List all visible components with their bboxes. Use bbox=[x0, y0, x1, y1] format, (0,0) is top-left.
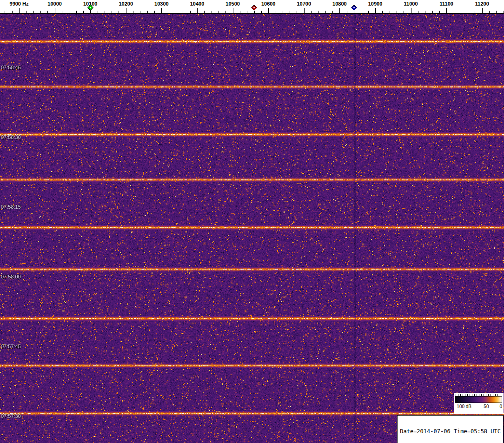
colorbar-label-mid: -50 bbox=[482, 404, 489, 409]
colorbar-gradient bbox=[455, 396, 502, 403]
waterfall-canvas[interactable] bbox=[0, 14, 504, 443]
red-marker-icon bbox=[251, 5, 257, 11]
minor-tick bbox=[382, 11, 383, 13]
minor-tick bbox=[26, 11, 27, 13]
minor-tick bbox=[496, 11, 497, 13]
minor-tick bbox=[261, 11, 262, 13]
info-box: Date=2014-07-06 Time=05:58 UTC Freq=143 … bbox=[397, 415, 504, 443]
spectrogram-app: 9900 Hz100001010010200103001040010500106… bbox=[0, 0, 504, 443]
freq-label: 10600 bbox=[261, 1, 276, 7]
minor-tick bbox=[154, 11, 155, 13]
minor-tick bbox=[47, 11, 48, 13]
freq-label: 11100 bbox=[440, 1, 453, 7]
colorbar-label-max: 0 bbox=[499, 404, 502, 409]
waterfall-display[interactable]: -100 dB -50 0 Date=2014-07-06 Time=05:58… bbox=[0, 14, 504, 443]
minor-tick bbox=[105, 11, 105, 13]
minor-tick bbox=[468, 11, 468, 13]
time-label: 07:58:00 bbox=[1, 274, 21, 279]
major-tick bbox=[197, 8, 198, 13]
major-tick bbox=[233, 8, 233, 13]
freq-label: 11200 bbox=[475, 1, 489, 7]
minor-tick bbox=[69, 11, 69, 13]
minor-tick bbox=[183, 11, 183, 13]
minor-tick bbox=[489, 11, 490, 13]
minor-tick bbox=[325, 11, 326, 13]
minor-tick bbox=[40, 11, 41, 13]
major-tick bbox=[446, 8, 447, 13]
minor-tick bbox=[176, 11, 176, 13]
major-tick bbox=[339, 8, 340, 13]
minor-tick bbox=[169, 11, 169, 13]
minor-tick bbox=[283, 11, 283, 13]
green-marker-icon bbox=[87, 5, 93, 11]
major-tick bbox=[126, 8, 126, 13]
minor-tick bbox=[33, 11, 34, 13]
minor-tick bbox=[204, 11, 205, 13]
minor-tick bbox=[439, 11, 440, 13]
minor-tick bbox=[119, 11, 119, 13]
minor-tick bbox=[397, 11, 397, 13]
frequency-ruler[interactable]: 9900 Hz100001010010200103001040010500106… bbox=[0, 0, 504, 14]
minor-tick bbox=[83, 11, 84, 13]
minor-tick bbox=[475, 11, 475, 13]
minor-tick bbox=[5, 11, 5, 13]
info-date-time: Date=2014-07-06 Time=05:58 UTC bbox=[400, 429, 501, 435]
minor-tick bbox=[461, 11, 461, 13]
minor-tick bbox=[332, 11, 333, 13]
minor-tick bbox=[404, 11, 404, 13]
minor-tick bbox=[212, 11, 212, 13]
minor-tick bbox=[140, 11, 140, 13]
freq-label: 10900 bbox=[368, 1, 383, 7]
time-label: 07:57:45 bbox=[1, 344, 21, 349]
freq-label: 10200 bbox=[119, 1, 133, 7]
colorbar-label-min: -100 dB bbox=[455, 404, 471, 409]
minor-tick bbox=[112, 11, 112, 13]
minor-tick bbox=[361, 11, 361, 13]
time-label: 07:58:15 bbox=[1, 204, 21, 210]
major-tick bbox=[411, 8, 411, 13]
minor-tick bbox=[432, 11, 433, 13]
minor-tick bbox=[297, 11, 297, 13]
minor-tick bbox=[12, 11, 13, 13]
minor-tick bbox=[454, 11, 454, 13]
minor-tick bbox=[62, 11, 62, 13]
minor-tick bbox=[276, 11, 276, 13]
major-tick bbox=[304, 8, 305, 13]
time-label: 07:58:45 bbox=[1, 65, 21, 70]
blue-marker-icon bbox=[351, 5, 357, 11]
red-marker[interactable] bbox=[251, 4, 257, 10]
minor-tick bbox=[354, 11, 354, 13]
blue-marker[interactable] bbox=[351, 4, 357, 10]
minor-tick bbox=[318, 11, 318, 13]
minor-tick bbox=[390, 11, 390, 13]
minor-tick bbox=[254, 11, 255, 13]
minor-tick bbox=[368, 11, 369, 13]
major-tick bbox=[161, 8, 162, 13]
major-tick bbox=[55, 8, 55, 13]
time-label: 07:58:30 bbox=[1, 134, 21, 140]
minor-tick bbox=[219, 11, 219, 13]
freq-label: 10000 bbox=[47, 1, 62, 7]
minor-tick bbox=[190, 11, 191, 13]
minor-tick bbox=[425, 11, 425, 13]
minor-tick bbox=[418, 11, 418, 13]
minor-tick bbox=[133, 11, 133, 13]
minor-tick bbox=[290, 11, 290, 13]
freq-label: 10400 bbox=[190, 1, 205, 7]
minor-tick bbox=[347, 11, 347, 13]
minor-tick bbox=[240, 11, 240, 13]
minor-tick bbox=[247, 11, 247, 13]
minor-tick bbox=[311, 11, 312, 13]
minor-tick bbox=[225, 11, 226, 13]
time-label: 07:57:30 bbox=[1, 413, 21, 419]
freq-label: 10500 bbox=[225, 1, 240, 7]
colorbar-labels: -100 dB -50 0 bbox=[455, 404, 502, 409]
green-marker[interactable] bbox=[87, 4, 93, 10]
minor-tick bbox=[76, 11, 77, 13]
freq-label: 10300 bbox=[154, 1, 169, 7]
freq-label: 10800 bbox=[332, 1, 347, 7]
minor-tick bbox=[98, 11, 98, 13]
minor-tick bbox=[147, 11, 148, 13]
freq-label: 9900 Hz bbox=[10, 1, 29, 7]
major-tick bbox=[268, 8, 269, 13]
